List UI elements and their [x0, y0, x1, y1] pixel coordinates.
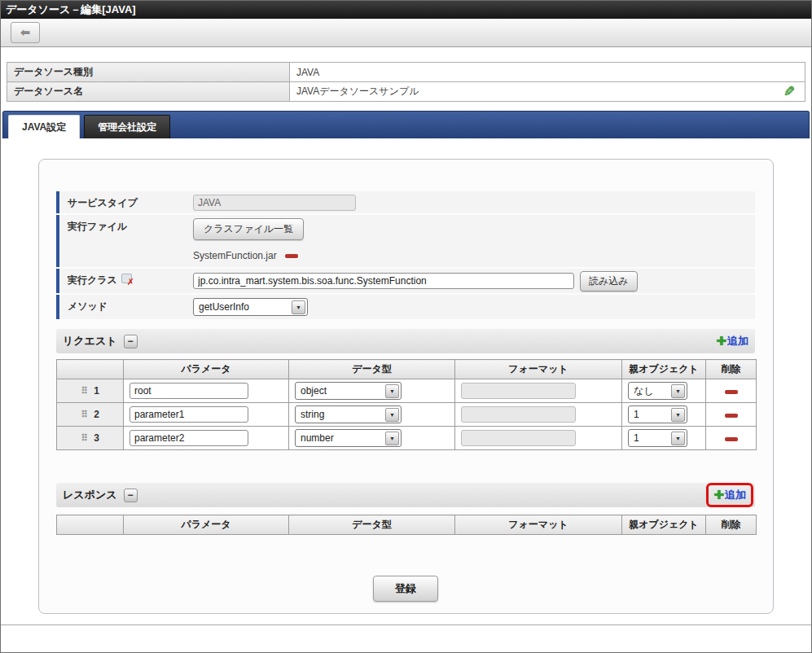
response-header-row: パラメータ データ型 フォーマット 親オブジェクト 削除	[57, 515, 757, 535]
exec-class-label: 実行クラス	[68, 274, 117, 287]
header-parent-object: 親オブジェクト	[622, 515, 706, 535]
tab-bar: JAVA設定 管理会社設定	[2, 111, 810, 138]
data-type-select[interactable]: number ▼	[295, 429, 402, 447]
delete-row-icon[interactable]	[725, 414, 738, 418]
chevron-down-icon: ▼	[292, 300, 305, 314]
row-number: 2	[94, 409, 99, 420]
tab-admin-company-settings[interactable]: 管理会社設定	[84, 115, 170, 138]
data-type-select[interactable]: object ▼	[295, 382, 402, 400]
chevron-down-icon: ▼	[671, 408, 685, 422]
format-input	[461, 406, 576, 423]
request-row-2: ⠿2 string ▼ 1 ▼	[57, 403, 757, 427]
parameter-input[interactable]	[129, 383, 248, 399]
header-parent-object: 親オブジェクト	[622, 360, 706, 379]
header-format: フォーマット	[455, 515, 622, 535]
clear-class-icon[interactable]: ✗	[121, 274, 132, 283]
parameter-input[interactable]	[129, 430, 248, 446]
parent-object-select[interactable]: なし ▼	[628, 382, 687, 400]
parameter-input[interactable]	[129, 406, 248, 423]
delete-row-icon[interactable]	[725, 390, 738, 394]
request-section-title: リクエスト	[63, 334, 117, 348]
datasource-type-value: JAVA	[290, 63, 805, 82]
request-add-button[interactable]: ✚ 追加	[716, 334, 748, 348]
chevron-down-icon: ▼	[385, 432, 399, 445]
row-number: 1	[94, 385, 99, 397]
footer-divider	[1, 625, 811, 625]
datasource-edit-window: { "window": { "title": "データソース－編集[JAVA]"…	[0, 0, 812, 653]
load-button[interactable]: 読み込み	[580, 271, 638, 291]
datasource-name-label: データソース名	[7, 82, 290, 102]
service-type-row: サービスタイプ	[56, 191, 755, 213]
class-file-list-button[interactable]: クラスファイル一覧	[193, 218, 304, 240]
row-number: 3	[94, 432, 99, 444]
back-button[interactable]: ⬅	[11, 22, 40, 43]
toolbar: ⬅	[1, 19, 811, 47]
response-add-label: 追加	[725, 488, 746, 502]
request-table: パラメータ データ型 フォーマット 親オブジェクト 削除 ⠿1 object ▼…	[56, 359, 757, 450]
exec-file-row: 実行ファイル クラスファイル一覧 SystemFunction.jar	[56, 215, 755, 267]
datasource-name-value: JAVAデータソースサンプル	[296, 85, 419, 99]
window-title: データソース－編集[JAVA]	[1, 1, 811, 19]
header-handle	[57, 360, 124, 379]
register-button[interactable]: 登録	[373, 576, 438, 602]
response-table: パラメータ データ型 フォーマット 親オブジェクト 削除	[56, 515, 757, 535]
request-row-1: ⠿1 object ▼ なし ▼	[57, 379, 757, 403]
exec-class-input[interactable]	[193, 273, 574, 289]
service-type-input	[193, 195, 356, 211]
back-arrow-icon: ⬅	[20, 25, 31, 40]
request-section-bar: リクエスト − ✚ 追加	[56, 329, 755, 353]
header-handle	[57, 515, 124, 535]
header-data-type: データ型	[289, 515, 455, 535]
exec-class-row: 実行クラス ✗ 読み込み	[56, 269, 755, 293]
plus-icon: ✚	[716, 334, 726, 348]
exec-file-label: 実行ファイル	[56, 215, 187, 267]
drag-handle-icon[interactable]: ⠿	[81, 432, 88, 444]
header-delete: 削除	[706, 515, 757, 535]
request-row-3: ⠿3 number ▼ 1 ▼	[57, 427, 757, 450]
format-input	[461, 383, 576, 399]
chevron-down-icon: ▼	[385, 384, 399, 398]
delete-row-icon[interactable]	[725, 437, 738, 441]
method-select[interactable]: getUserInfo ▼	[193, 298, 308, 316]
remove-file-icon[interactable]	[285, 254, 298, 258]
method-label: メソッド	[56, 295, 187, 319]
response-section-bar: レスポンス − ✚ 追加	[56, 483, 755, 507]
request-add-label: 追加	[727, 334, 748, 348]
request-header-row: パラメータ データ型 フォーマット 親オブジェクト 削除	[57, 360, 757, 379]
java-settings-panel: サービスタイプ 実行ファイル クラスファイル一覧 SystemFunction.…	[38, 159, 774, 614]
drag-handle-icon[interactable]: ⠿	[81, 385, 88, 397]
tab-java-settings[interactable]: JAVA設定	[8, 115, 80, 138]
response-collapse-button[interactable]: −	[124, 489, 138, 502]
table-row: データソース名 JAVAデータソースサンプル ✎	[7, 82, 805, 102]
method-selected-value: getUserInfo	[199, 301, 249, 313]
selected-file-name: SystemFunction.jar	[193, 250, 277, 261]
table-row: データソース種別 JAVA	[7, 63, 805, 82]
service-type-label: サービスタイプ	[56, 191, 187, 213]
datasource-info-table: データソース種別 JAVA データソース名 JAVAデータソースサンプル ✎	[7, 62, 805, 102]
response-section-title: レスポンス	[63, 488, 117, 502]
drag-handle-icon[interactable]: ⠿	[81, 409, 88, 420]
header-delete: 削除	[706, 360, 757, 379]
chevron-down-icon: ▼	[385, 408, 399, 422]
plus-icon: ✚	[713, 488, 724, 502]
header-parameter: パラメータ	[124, 515, 289, 535]
method-row: メソッド getUserInfo ▼	[56, 295, 755, 319]
request-collapse-button[interactable]: −	[124, 335, 138, 348]
response-add-button[interactable]: ✚ 追加	[706, 483, 753, 507]
data-type-select[interactable]: string ▼	[295, 405, 402, 423]
parent-object-select[interactable]: 1 ▼	[628, 429, 687, 447]
datasource-type-label: データソース種別	[7, 63, 290, 82]
header-format: フォーマット	[455, 360, 622, 379]
header-parameter: パラメータ	[124, 360, 289, 379]
chevron-down-icon: ▼	[671, 432, 685, 445]
chevron-down-icon: ▼	[671, 384, 685, 398]
header-data-type: データ型	[289, 360, 455, 379]
edit-pencil-icon[interactable]: ✎	[783, 85, 795, 99]
parent-object-select[interactable]: 1 ▼	[628, 405, 687, 423]
format-input	[461, 430, 576, 446]
